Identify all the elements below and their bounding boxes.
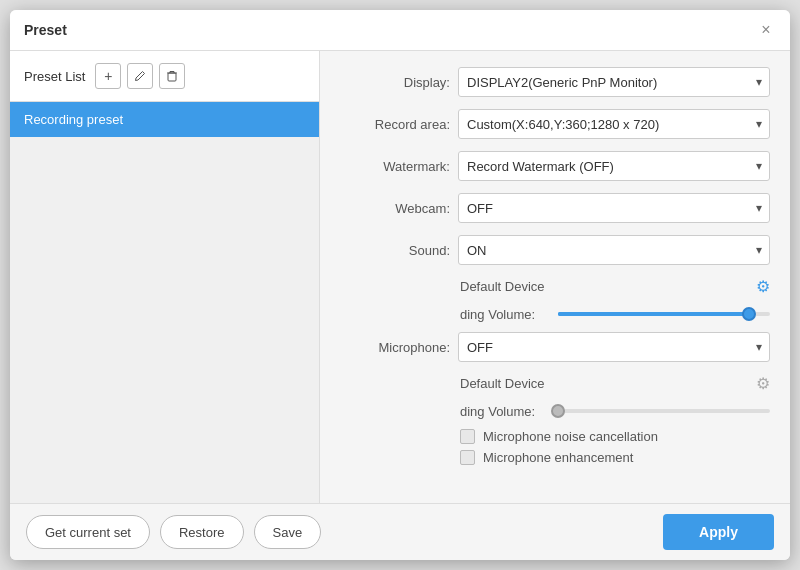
trash-icon xyxy=(166,70,178,82)
edit-icon xyxy=(134,70,146,82)
mic-device-row: Default Device ⚙ xyxy=(340,374,770,393)
display-row: Display: DISPLAY2(Generic PnP Monitor) ▾ xyxy=(340,67,770,97)
main-area: Preset List + xyxy=(10,51,790,503)
content-area: Display: DISPLAY2(Generic PnP Monitor) ▾… xyxy=(320,51,790,503)
microphone-label: Microphone: xyxy=(340,340,450,355)
sound-label: Sound: xyxy=(340,243,450,258)
mic-volume-row: ding Volume: xyxy=(340,401,770,421)
webcam-select-wrapper: OFF ▾ xyxy=(458,193,770,223)
watermark-select-wrapper: Record Watermark (OFF) ▾ xyxy=(458,151,770,181)
mic-volume-slider[interactable] xyxy=(558,401,770,421)
enhancement-checkbox[interactable] xyxy=(460,450,475,465)
display-select[interactable]: DISPLAY2(Generic PnP Monitor) xyxy=(458,67,770,97)
noise-cancellation-row: Microphone noise cancellation xyxy=(340,429,770,444)
sound-slider-track xyxy=(558,312,770,316)
sound-select-wrapper: ON ▾ xyxy=(458,235,770,265)
footer: Get current set Restore Save Apply xyxy=(10,503,790,560)
sound-volume-row: ding Volume: xyxy=(340,304,770,324)
preset-list-label: Preset List xyxy=(24,69,85,84)
noise-cancellation-checkbox[interactable] xyxy=(460,429,475,444)
watermark-select[interactable]: Record Watermark (OFF) xyxy=(458,151,770,181)
delete-preset-button[interactable] xyxy=(159,63,185,89)
preset-list-header: Preset List + xyxy=(10,51,319,102)
record-area-label: Record area: xyxy=(340,117,450,132)
record-area-select[interactable]: Custom(X:640,Y:360;1280 x 720) xyxy=(458,109,770,139)
dialog-title: Preset xyxy=(24,22,67,38)
svg-rect-0 xyxy=(168,73,176,81)
mic-volume-label: ding Volume: xyxy=(460,404,550,419)
noise-cancellation-label: Microphone noise cancellation xyxy=(483,429,658,444)
preset-item-recording[interactable]: Recording preset xyxy=(10,102,319,137)
save-button[interactable]: Save xyxy=(254,515,322,549)
get-current-set-button[interactable]: Get current set xyxy=(26,515,150,549)
title-bar: Preset × xyxy=(10,10,790,51)
mic-device-label: Default Device xyxy=(460,376,545,391)
sound-gear-icon[interactable]: ⚙ xyxy=(756,277,770,296)
add-preset-button[interactable]: + xyxy=(95,63,121,89)
microphone-row: Microphone: OFF ▾ xyxy=(340,332,770,362)
record-area-select-wrapper: Custom(X:640,Y:360;1280 x 720) ▾ xyxy=(458,109,770,139)
preset-dialog: Preset × Preset List + xyxy=(10,10,790,560)
enhancement-row: Microphone enhancement xyxy=(340,450,770,465)
sound-device-row: Default Device ⚙ xyxy=(340,277,770,296)
restore-button[interactable]: Restore xyxy=(160,515,244,549)
webcam-label: Webcam: xyxy=(340,201,450,216)
edit-preset-button[interactable] xyxy=(127,63,153,89)
sound-row: Sound: ON ▾ xyxy=(340,235,770,265)
sound-slider-thumb[interactable] xyxy=(742,307,756,321)
enhancement-label: Microphone enhancement xyxy=(483,450,633,465)
mic-gear-icon[interactable]: ⚙ xyxy=(756,374,770,393)
microphone-select-wrapper: OFF ▾ xyxy=(458,332,770,362)
webcam-select[interactable]: OFF xyxy=(458,193,770,223)
close-button[interactable]: × xyxy=(756,20,776,40)
apply-button[interactable]: Apply xyxy=(663,514,774,550)
sound-select[interactable]: ON xyxy=(458,235,770,265)
watermark-row: Watermark: Record Watermark (OFF) ▾ xyxy=(340,151,770,181)
display-select-wrapper: DISPLAY2(Generic PnP Monitor) ▾ xyxy=(458,67,770,97)
record-area-row: Record area: Custom(X:640,Y:360;1280 x 7… xyxy=(340,109,770,139)
sidebar: Preset List + xyxy=(10,51,320,503)
watermark-label: Watermark: xyxy=(340,159,450,174)
microphone-select[interactable]: OFF xyxy=(458,332,770,362)
sound-volume-slider[interactable] xyxy=(558,304,770,324)
display-label: Display: xyxy=(340,75,450,90)
mic-slider-track xyxy=(558,409,770,413)
sound-device-label: Default Device xyxy=(460,279,545,294)
mic-slider-thumb[interactable] xyxy=(551,404,565,418)
webcam-row: Webcam: OFF ▾ xyxy=(340,193,770,223)
sound-volume-label: ding Volume: xyxy=(460,307,550,322)
sound-slider-fill xyxy=(558,312,749,316)
